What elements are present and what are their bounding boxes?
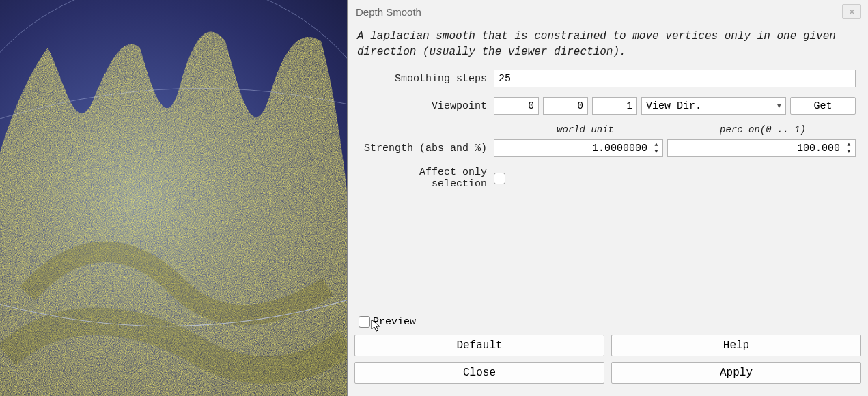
viewpoint-y-input[interactable] bbox=[543, 97, 588, 115]
chevron-down-icon: ▼ bbox=[776, 102, 781, 110]
viewpoint-mode-select[interactable]: View Dir. ▼ bbox=[641, 97, 786, 115]
viewpoint-mode-value: View Dir. bbox=[646, 100, 701, 112]
viewpoint-z-input[interactable] bbox=[592, 97, 637, 115]
affect-selection-checkbox[interactable] bbox=[494, 173, 505, 184]
spin-up-icon[interactable]: ▲ bbox=[844, 141, 854, 148]
smoothing-steps-input[interactable] bbox=[494, 70, 856, 87]
strength-perc-spinner[interactable]: ▲ ▼ bbox=[667, 139, 856, 157]
strength-perc-input[interactable] bbox=[672, 142, 841, 155]
spin-up-icon[interactable]: ▲ bbox=[652, 141, 661, 148]
preview-label: Preview bbox=[373, 316, 416, 328]
3d-viewport[interactable] bbox=[0, 0, 347, 396]
viewpoint-get-button[interactable]: Get bbox=[790, 97, 856, 115]
preview-checkbox[interactable] bbox=[359, 316, 370, 328]
apply-button[interactable]: Apply bbox=[611, 362, 861, 384]
strength-abs-spinner[interactable]: ▲ ▼ bbox=[494, 139, 663, 157]
strength-abs-input[interactable] bbox=[499, 142, 649, 155]
depth-smooth-dialog: Depth Smooth ✕ A laplacian smooth that i… bbox=[347, 0, 868, 396]
world-unit-header: world unit bbox=[501, 124, 670, 135]
viewpoint-label: Viewpoint bbox=[360, 100, 494, 112]
close-button[interactable]: Close bbox=[354, 362, 604, 384]
close-icon: ✕ bbox=[848, 7, 856, 17]
perc-header: perc on(0 .. 1) bbox=[670, 124, 856, 135]
spin-down-icon[interactable]: ▼ bbox=[652, 148, 661, 155]
strength-label: Strength (abs and %) bbox=[360, 143, 494, 154]
spin-down-icon[interactable]: ▼ bbox=[844, 148, 854, 155]
dialog-description: A laplacian smooth that is constrained t… bbox=[348, 23, 868, 70]
affect-selection-label: Affect only selection bbox=[360, 167, 494, 190]
smoothing-steps-label: Smoothing steps bbox=[360, 73, 494, 85]
help-button[interactable]: Help bbox=[611, 335, 861, 356]
dialog-close-button[interactable]: ✕ bbox=[842, 4, 861, 19]
dialog-title: Depth Smooth bbox=[356, 6, 421, 18]
viewpoint-x-input[interactable] bbox=[494, 97, 539, 115]
default-button[interactable]: Default bbox=[354, 335, 604, 356]
